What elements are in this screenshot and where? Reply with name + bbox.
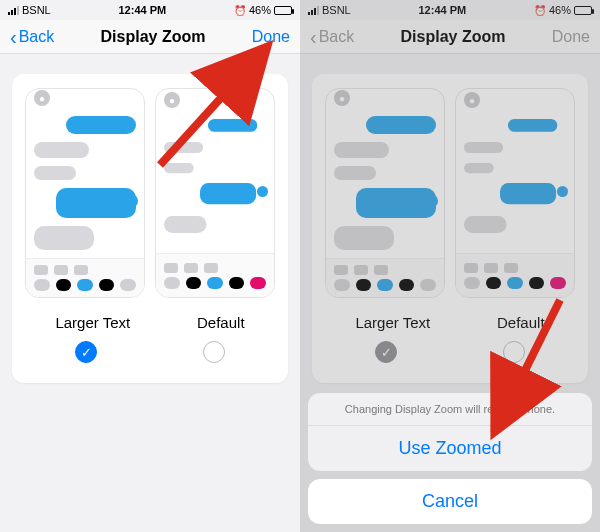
zoom-card: ● ● (312, 74, 588, 383)
battery-percent: 46% (249, 4, 271, 16)
sheet-message: Changing Display Zoom will restart iPhon… (308, 393, 592, 426)
preview-larger: ● (325, 88, 445, 298)
status-time: 12:44 PM (119, 4, 167, 16)
option-label-default: Default (497, 314, 545, 331)
action-sheet: Changing Display Zoom will restart iPhon… (308, 393, 592, 524)
dock-dots-default (164, 277, 266, 289)
battery-icon (574, 6, 592, 15)
back-label: Back (19, 28, 55, 46)
radio-default[interactable] (203, 341, 225, 363)
nav-bar: ‹ Back Display Zoom Done (300, 20, 600, 54)
signal-icon (8, 6, 19, 15)
avatar-icon: ● (164, 92, 180, 108)
battery-percent: 46% (549, 4, 571, 16)
zoom-card: ● ● (12, 74, 288, 383)
preview-larger[interactable]: ● (25, 88, 145, 298)
radio-default (503, 341, 525, 363)
done-button[interactable]: Done (252, 28, 290, 46)
carrier-label: BSNL (22, 4, 51, 16)
option-label-larger: Larger Text (55, 314, 130, 331)
avatar-icon: ● (464, 92, 480, 108)
preview-default[interactable]: ● (155, 88, 275, 298)
option-label-default: Default (197, 314, 245, 331)
use-zoomed-button[interactable]: Use Zoomed (308, 426, 592, 471)
nav-bar: ‹ Back Display Zoom Done (0, 20, 300, 54)
carrier-label: BSNL (322, 4, 351, 16)
back-button: ‹ Back (310, 28, 354, 46)
avatar-icon: ● (334, 90, 350, 106)
signal-icon (308, 6, 319, 15)
alarm-icon: ⏰ (234, 5, 246, 16)
page-title: Display Zoom (401, 28, 506, 46)
screenshot-left: BSNL 12:44 PM ⏰ 46% ‹ Back Display Zoom … (0, 0, 300, 532)
avatar-icon: ● (34, 90, 50, 106)
status-bar: BSNL 12:44 PM ⏰ 46% (300, 0, 600, 20)
back-label: Back (319, 28, 355, 46)
dock-dots-large (334, 279, 436, 291)
dock-dots-large (34, 279, 136, 291)
status-time: 12:44 PM (419, 4, 467, 16)
radio-larger[interactable]: ✓ (75, 341, 97, 363)
back-button[interactable]: ‹ Back (10, 28, 54, 46)
preview-default: ● (455, 88, 575, 298)
done-button: Done (552, 28, 590, 46)
screenshot-right: BSNL 12:44 PM ⏰ 46% ‹ Back Display Zoom … (300, 0, 600, 532)
alarm-icon: ⏰ (534, 5, 546, 16)
page-title: Display Zoom (101, 28, 206, 46)
battery-icon (274, 6, 292, 15)
radio-larger: ✓ (375, 341, 397, 363)
status-bar: BSNL 12:44 PM ⏰ 46% (0, 0, 300, 20)
dock-dots-default (464, 277, 566, 289)
option-label-larger: Larger Text (355, 314, 430, 331)
cancel-button[interactable]: Cancel (308, 479, 592, 524)
